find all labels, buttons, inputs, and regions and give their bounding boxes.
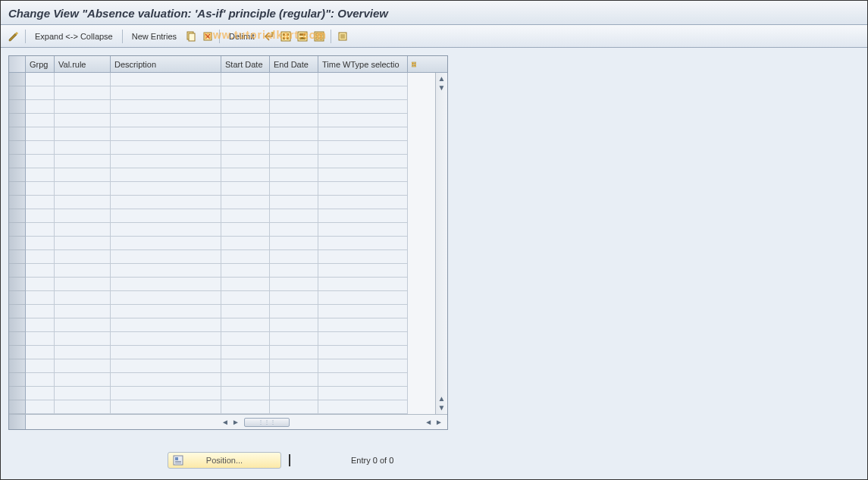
vertical-scrollbar[interactable]: ▲ ▼ ▲ ▼ bbox=[435, 73, 447, 414]
cell-grpg[interactable] bbox=[26, 155, 55, 168]
cell-time-wtype[interactable] bbox=[318, 250, 408, 264]
position-button[interactable]: Position... bbox=[168, 452, 281, 469]
cell-grpg[interactable] bbox=[26, 114, 55, 127]
row-selector[interactable] bbox=[9, 305, 26, 318]
scroll-down-icon[interactable]: ▼ bbox=[438, 83, 446, 93]
cell-time-wtype[interactable] bbox=[318, 141, 408, 155]
row-selector[interactable] bbox=[9, 155, 26, 168]
select-block-icon[interactable] bbox=[296, 30, 309, 43]
cell-start-date[interactable] bbox=[221, 291, 270, 305]
cell-time-wtype[interactable] bbox=[318, 346, 408, 359]
cell-start-date[interactable] bbox=[221, 73, 270, 86]
cell-valrule[interactable] bbox=[55, 250, 111, 264]
cell-time-wtype[interactable] bbox=[318, 332, 408, 346]
cell-grpg[interactable] bbox=[26, 373, 55, 387]
row-selector[interactable] bbox=[9, 86, 26, 100]
cell-valrule[interactable] bbox=[55, 400, 111, 414]
cell-time-wtype[interactable] bbox=[318, 86, 408, 100]
cell-grpg[interactable] bbox=[26, 182, 55, 196]
cell-start-date[interactable] bbox=[221, 400, 270, 414]
cell-end-date[interactable] bbox=[270, 291, 318, 305]
cell-start-date[interactable] bbox=[221, 114, 270, 127]
cell-time-wtype[interactable] bbox=[318, 359, 408, 373]
cell-description[interactable] bbox=[111, 223, 221, 237]
cell-description[interactable] bbox=[111, 182, 221, 196]
col-header-start-date[interactable]: Start Date bbox=[221, 56, 270, 72]
row-selector[interactable] bbox=[9, 196, 26, 209]
cell-description[interactable] bbox=[111, 237, 221, 250]
cell-grpg[interactable] bbox=[26, 86, 55, 100]
cell-valrule[interactable] bbox=[55, 291, 111, 305]
cell-start-date[interactable] bbox=[221, 359, 270, 373]
table-row[interactable] bbox=[9, 100, 435, 114]
cell-grpg[interactable] bbox=[26, 318, 55, 332]
table-row[interactable] bbox=[9, 196, 435, 209]
row-selector[interactable] bbox=[9, 168, 26, 182]
cell-valrule[interactable] bbox=[55, 373, 111, 387]
cell-start-date[interactable] bbox=[221, 387, 270, 400]
cell-time-wtype[interactable] bbox=[318, 223, 408, 237]
toggle-display-change-icon[interactable] bbox=[7, 30, 20, 43]
cell-time-wtype[interactable] bbox=[318, 196, 408, 209]
cell-description[interactable] bbox=[111, 196, 221, 209]
cell-grpg[interactable] bbox=[26, 346, 55, 359]
cell-description[interactable] bbox=[111, 86, 221, 100]
cell-description[interactable] bbox=[111, 73, 221, 86]
row-selector[interactable] bbox=[9, 127, 26, 141]
cell-end-date[interactable] bbox=[270, 346, 318, 359]
cell-end-date[interactable] bbox=[270, 182, 318, 196]
cell-start-date[interactable] bbox=[221, 209, 270, 223]
col-header-end-date[interactable]: End Date bbox=[270, 56, 318, 72]
new-entries-button[interactable]: New Entries bbox=[127, 30, 181, 43]
cell-description[interactable] bbox=[111, 346, 221, 359]
cell-valrule[interactable] bbox=[55, 73, 111, 86]
delimit-button[interactable]: Delimit bbox=[224, 30, 259, 43]
table-row[interactable] bbox=[9, 209, 435, 223]
print-icon[interactable] bbox=[336, 30, 349, 43]
cell-time-wtype[interactable] bbox=[318, 209, 408, 223]
table-row[interactable] bbox=[9, 114, 435, 127]
row-selector[interactable] bbox=[9, 318, 26, 332]
cell-end-date[interactable] bbox=[270, 387, 318, 400]
delete-icon[interactable] bbox=[201, 30, 215, 43]
hscroll-left-icon[interactable]: ◄ bbox=[221, 418, 229, 427]
cell-end-date[interactable] bbox=[270, 318, 318, 332]
cell-end-date[interactable] bbox=[270, 73, 318, 86]
cell-end-date[interactable] bbox=[270, 155, 318, 168]
table-row[interactable] bbox=[9, 332, 435, 346]
table-row[interactable] bbox=[9, 182, 435, 196]
cell-grpg[interactable] bbox=[26, 264, 55, 278]
hscroll-left-end-icon[interactable]: ◄ bbox=[425, 418, 432, 427]
table-row[interactable] bbox=[9, 346, 435, 359]
hscroll-right-icon[interactable]: ► bbox=[232, 418, 240, 427]
cell-grpg[interactable] bbox=[26, 359, 55, 373]
cell-grpg[interactable] bbox=[26, 196, 55, 209]
cell-start-date[interactable] bbox=[221, 182, 270, 196]
cell-description[interactable] bbox=[111, 155, 221, 168]
horizontal-scrollbar[interactable]: ◄ ► ⋮⋮⋮ ◄ ► bbox=[9, 414, 447, 429]
cell-valrule[interactable] bbox=[55, 237, 111, 250]
row-selector[interactable] bbox=[9, 209, 26, 223]
cell-start-date[interactable] bbox=[221, 373, 270, 387]
cell-grpg[interactable] bbox=[26, 278, 55, 291]
row-selector[interactable] bbox=[9, 182, 26, 196]
cell-end-date[interactable] bbox=[270, 209, 318, 223]
cell-time-wtype[interactable] bbox=[318, 168, 408, 182]
cell-description[interactable] bbox=[111, 291, 221, 305]
row-selector[interactable] bbox=[9, 359, 26, 373]
cell-time-wtype[interactable] bbox=[318, 237, 408, 250]
cell-grpg[interactable] bbox=[26, 400, 55, 414]
row-selector-header[interactable] bbox=[9, 56, 26, 72]
table-row[interactable] bbox=[9, 291, 435, 305]
col-header-valrule[interactable]: Val.rule bbox=[55, 56, 111, 72]
row-selector[interactable] bbox=[9, 278, 26, 291]
cell-description[interactable] bbox=[111, 141, 221, 155]
cell-description[interactable] bbox=[111, 373, 221, 387]
cell-grpg[interactable] bbox=[26, 291, 55, 305]
cell-end-date[interactable] bbox=[270, 278, 318, 291]
table-row[interactable] bbox=[9, 373, 435, 387]
cell-description[interactable] bbox=[111, 400, 221, 414]
cell-time-wtype[interactable] bbox=[318, 155, 408, 168]
scroll-up-icon[interactable]: ▲ bbox=[438, 74, 446, 83]
cell-start-date[interactable] bbox=[221, 318, 270, 332]
